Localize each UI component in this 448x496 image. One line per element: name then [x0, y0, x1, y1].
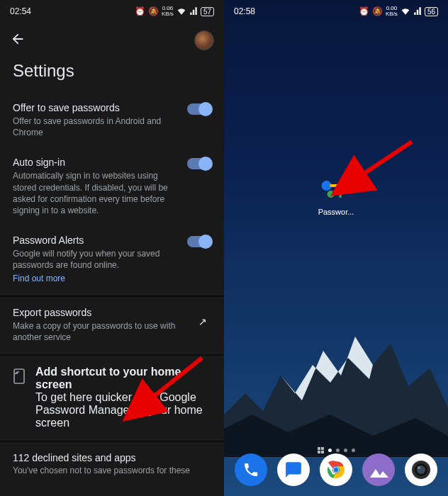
setting-declined-sites[interactable]: 112 declined sites and apps You've chose…: [0, 444, 224, 485]
svg-rect-4: [339, 184, 342, 191]
network-speed: 0.00KB/s: [386, 6, 398, 17]
avatar[interactable]: [194, 30, 214, 50]
status-bar: 02:54 ⏰ 🔕 0.06KB/s 57: [0, 0, 224, 20]
export-icon: [198, 315, 211, 328]
dock-app-chrome[interactable]: [320, 453, 352, 486]
setting-heading: Auto sign-in: [13, 157, 181, 168]
svg-rect-7: [340, 193, 342, 198]
setting-heading: Password Alerts: [13, 235, 181, 246]
wallpaper-mountain: [224, 308, 448, 457]
setting-desc: Automatically sign in to websites using …: [13, 170, 181, 216]
toggle-save-passwords[interactable]: [187, 103, 211, 115]
status-right: ⏰ 🔕 0.06KB/s 57: [135, 6, 214, 17]
settings-screen: 02:54 ⏰ 🔕 0.06KB/s 57 Settings: [0, 0, 224, 496]
signal-icon: [189, 6, 198, 17]
alarm-icon: ⏰: [359, 6, 369, 16]
status-time: 02:58: [234, 6, 255, 16]
find-out-more-link[interactable]: Find out more: [13, 274, 65, 283]
dock-app-gallery[interactable]: [362, 453, 395, 486]
setting-desc: Make a copy of your passwords to use wit…: [13, 320, 193, 343]
setting-auto-signin[interactable]: Auto sign-in Automatically sign in to we…: [0, 148, 224, 226]
password-manager-icon: [320, 174, 352, 205]
back-icon[interactable]: [10, 31, 26, 50]
svg-rect-0: [14, 369, 24, 383]
top-bar: [0, 20, 224, 55]
setting-heading: Offer to save passwords: [13, 102, 181, 113]
home-screen: 02:58 ⏰ 🔕 0.00KB/s 56: [224, 0, 448, 496]
svg-line-8: [359, 142, 412, 177]
battery-indicator: 56: [425, 7, 438, 16]
setting-desc: Google will notify you when your saved p…: [13, 248, 181, 271]
setting-add-shortcut[interactable]: Add shortcut to your home screen To get …: [0, 357, 224, 439]
dnd-icon: 🔕: [372, 6, 383, 16]
status-bar: 02:58 ⏰ 🔕 0.00KB/s 56: [224, 0, 448, 20]
home-app-password-manager[interactable]: Passwor...: [318, 174, 354, 216]
wifi-icon: [401, 6, 410, 17]
setting-save-passwords[interactable]: Offer to save passwords Offer to save pa…: [0, 94, 224, 148]
setting-heading: 112 declined sites and apps: [13, 452, 211, 463]
page-title: Settings: [0, 55, 224, 94]
svg-point-2: [322, 181, 332, 191]
setting-export-passwords[interactable]: Export passwords Make a copy of your pas…: [0, 298, 224, 353]
wifi-icon: [177, 6, 186, 17]
dock: [224, 449, 448, 490]
alarm-icon: ⏰: [135, 6, 145, 16]
status-right: ⏰ 🔕 0.00KB/s 56: [359, 6, 438, 17]
svg-point-16: [418, 466, 420, 469]
status-time: 02:54: [10, 6, 31, 16]
setting-heading: Export passwords: [13, 307, 193, 318]
home-app-label: Passwor...: [318, 208, 354, 216]
dock-app-messages[interactable]: [277, 453, 310, 486]
toggle-password-alerts[interactable]: [187, 236, 211, 247]
setting-password-alerts[interactable]: Password Alerts Google will notify you w…: [0, 226, 224, 293]
annotation-arrow: [352, 138, 415, 191]
battery-indicator: 57: [201, 7, 214, 16]
setting-desc: You've chosen not to save passwords for …: [13, 466, 211, 475]
svg-point-12: [334, 468, 338, 472]
setting-heading: Add shortcut to your home screen: [35, 366, 211, 391]
dock-app-phone[interactable]: [235, 453, 267, 486]
add-to-home-icon: [13, 368, 26, 387]
dock-app-camera[interactable]: [405, 453, 437, 486]
signal-icon: [413, 6, 422, 17]
setting-desc: To get here quicker, add Google Password…: [35, 391, 211, 429]
setting-desc: Offer to save passwords in Android and C…: [13, 115, 181, 138]
dnd-icon: 🔕: [148, 6, 159, 16]
network-speed: 0.06KB/s: [162, 6, 174, 17]
toggle-auto-signin[interactable]: [187, 158, 211, 169]
